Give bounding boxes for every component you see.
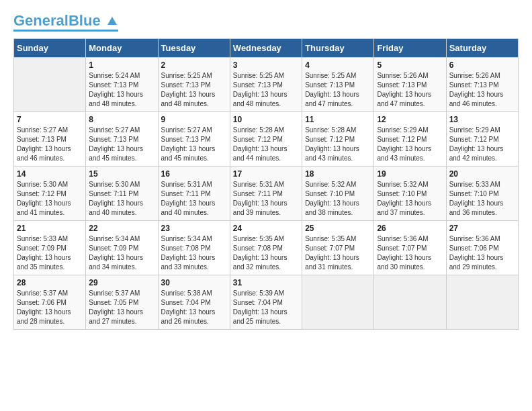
calendar-cell: 16Sunrise: 5:31 AM Sunset: 7:11 PM Dayli… [158, 167, 230, 221]
calendar-cell: 15Sunrise: 5:30 AM Sunset: 7:11 PM Dayli… [86, 167, 158, 221]
day-number: 13 [449, 115, 515, 124]
logo-text: GeneralBlue [13, 13, 118, 28]
day-info: Sunrise: 5:36 AM Sunset: 7:06 PM Dayligh… [449, 234, 515, 272]
svg-marker-0 [107, 17, 117, 25]
day-info: Sunrise: 5:37 AM Sunset: 7:06 PM Dayligh… [17, 289, 83, 326]
day-info: Sunrise: 5:29 AM Sunset: 7:12 PM Dayligh… [377, 126, 443, 163]
day-info: Sunrise: 5:28 AM Sunset: 7:12 PM Dayligh… [305, 126, 371, 163]
calendar-cell: 17Sunrise: 5:31 AM Sunset: 7:11 PM Dayli… [230, 167, 302, 221]
calendar-cell: 21Sunrise: 5:33 AM Sunset: 7:09 PM Dayli… [14, 221, 86, 275]
calendar-cell [302, 275, 374, 330]
calendar-cell: 3Sunrise: 5:25 AM Sunset: 7:13 PM Daylig… [230, 58, 302, 112]
calendar-cell: 20Sunrise: 5:33 AM Sunset: 7:10 PM Dayli… [446, 167, 518, 221]
day-info: Sunrise: 5:26 AM Sunset: 7:13 PM Dayligh… [449, 71, 515, 109]
day-number: 23 [161, 224, 227, 233]
calendar-cell: 31Sunrise: 5:39 AM Sunset: 7:04 PM Dayli… [230, 275, 302, 330]
day-number: 26 [377, 224, 443, 233]
day-info: Sunrise: 5:31 AM Sunset: 7:11 PM Dayligh… [233, 180, 299, 218]
day-number: 14 [17, 169, 83, 179]
column-header-monday: Monday [86, 39, 158, 58]
calendar-cell: 29Sunrise: 5:37 AM Sunset: 7:05 PM Dayli… [86, 275, 158, 330]
day-info: Sunrise: 5:33 AM Sunset: 7:10 PM Dayligh… [449, 180, 515, 218]
calendar-cell: 9Sunrise: 5:27 AM Sunset: 7:13 PM Daylig… [158, 112, 230, 167]
logo: GeneralBlue [13, 13, 118, 32]
calendar-cell: 1Sunrise: 5:24 AM Sunset: 7:13 PM Daylig… [86, 58, 158, 112]
calendar-cell: 24Sunrise: 5:35 AM Sunset: 7:08 PM Dayli… [230, 221, 302, 275]
day-info: Sunrise: 5:32 AM Sunset: 7:10 PM Dayligh… [305, 180, 371, 218]
day-number: 25 [305, 224, 371, 233]
day-number: 22 [89, 224, 154, 233]
column-header-friday: Friday [374, 39, 446, 58]
column-header-tuesday: Tuesday [158, 39, 230, 58]
day-info: Sunrise: 5:30 AM Sunset: 7:11 PM Dayligh… [89, 180, 154, 218]
day-number: 19 [377, 169, 443, 179]
day-info: Sunrise: 5:35 AM Sunset: 7:07 PM Dayligh… [305, 234, 371, 272]
day-number: 15 [89, 169, 154, 179]
day-number: 10 [233, 115, 299, 124]
day-info: Sunrise: 5:25 AM Sunset: 7:13 PM Dayligh… [233, 71, 299, 109]
day-number: 27 [449, 224, 515, 233]
day-info: Sunrise: 5:34 AM Sunset: 7:08 PM Dayligh… [161, 234, 227, 272]
column-header-wednesday: Wednesday [230, 39, 302, 58]
day-info: Sunrise: 5:32 AM Sunset: 7:10 PM Dayligh… [377, 180, 443, 218]
day-number: 31 [233, 278, 299, 287]
day-number: 12 [377, 115, 443, 124]
column-header-thursday: Thursday [302, 39, 374, 58]
day-number: 20 [449, 169, 515, 179]
calendar-cell: 22Sunrise: 5:34 AM Sunset: 7:09 PM Dayli… [86, 221, 158, 275]
calendar-cell: 26Sunrise: 5:36 AM Sunset: 7:07 PM Dayli… [374, 221, 446, 275]
calendar-cell: 28Sunrise: 5:37 AM Sunset: 7:06 PM Dayli… [14, 275, 86, 330]
day-number: 21 [17, 224, 83, 233]
day-number: 29 [89, 278, 154, 287]
calendar-cell: 30Sunrise: 5:38 AM Sunset: 7:04 PM Dayli… [158, 275, 230, 330]
day-number: 2 [161, 60, 227, 70]
calendar-cell: 10Sunrise: 5:28 AM Sunset: 7:12 PM Dayli… [230, 112, 302, 167]
calendar-cell: 2Sunrise: 5:25 AM Sunset: 7:13 PM Daylig… [158, 58, 230, 112]
logo-icon [106, 15, 118, 28]
day-number: 28 [17, 278, 83, 287]
calendar-cell: 8Sunrise: 5:27 AM Sunset: 7:13 PM Daylig… [86, 112, 158, 167]
calendar-cell: 4Sunrise: 5:25 AM Sunset: 7:13 PM Daylig… [302, 58, 374, 112]
calendar-cell: 12Sunrise: 5:29 AM Sunset: 7:12 PM Dayli… [374, 112, 446, 167]
day-number: 17 [233, 169, 299, 179]
day-number: 7 [17, 115, 83, 124]
calendar-cell: 25Sunrise: 5:35 AM Sunset: 7:07 PM Dayli… [302, 221, 374, 275]
day-info: Sunrise: 5:36 AM Sunset: 7:07 PM Dayligh… [377, 234, 443, 272]
day-info: Sunrise: 5:34 AM Sunset: 7:09 PM Dayligh… [89, 234, 154, 272]
day-info: Sunrise: 5:25 AM Sunset: 7:13 PM Dayligh… [305, 71, 371, 109]
calendar-cell: 5Sunrise: 5:26 AM Sunset: 7:13 PM Daylig… [374, 58, 446, 112]
day-number: 5 [377, 60, 443, 70]
calendar-cell: 19Sunrise: 5:32 AM Sunset: 7:10 PM Dayli… [374, 167, 446, 221]
day-info: Sunrise: 5:33 AM Sunset: 7:09 PM Dayligh… [17, 234, 83, 272]
day-info: Sunrise: 5:35 AM Sunset: 7:08 PM Dayligh… [233, 234, 299, 272]
day-number: 4 [305, 60, 371, 70]
day-info: Sunrise: 5:27 AM Sunset: 7:13 PM Dayligh… [161, 126, 227, 163]
calendar-table: SundayMondayTuesdayWednesdayThursdayFrid… [13, 38, 519, 330]
day-info: Sunrise: 5:28 AM Sunset: 7:12 PM Dayligh… [233, 126, 299, 163]
day-number: 3 [233, 60, 299, 70]
day-info: Sunrise: 5:24 AM Sunset: 7:13 PM Dayligh… [89, 71, 154, 109]
day-info: Sunrise: 5:30 AM Sunset: 7:12 PM Dayligh… [17, 180, 83, 218]
day-number: 18 [305, 169, 371, 179]
day-info: Sunrise: 5:39 AM Sunset: 7:04 PM Dayligh… [233, 289, 299, 326]
day-number: 11 [305, 115, 371, 124]
day-number: 1 [89, 60, 154, 70]
calendar-cell: 14Sunrise: 5:30 AM Sunset: 7:12 PM Dayli… [14, 167, 86, 221]
calendar-cell [374, 275, 446, 330]
day-number: 30 [161, 278, 227, 287]
day-info: Sunrise: 5:38 AM Sunset: 7:04 PM Dayligh… [161, 289, 227, 326]
calendar-cell: 27Sunrise: 5:36 AM Sunset: 7:06 PM Dayli… [446, 221, 518, 275]
day-number: 16 [161, 169, 227, 179]
calendar-cell [14, 58, 86, 112]
day-number: 8 [89, 115, 154, 124]
logo-general: General [13, 12, 69, 29]
day-info: Sunrise: 5:25 AM Sunset: 7:13 PM Dayligh… [161, 71, 227, 109]
calendar-cell: 7Sunrise: 5:27 AM Sunset: 7:13 PM Daylig… [14, 112, 86, 167]
day-info: Sunrise: 5:37 AM Sunset: 7:05 PM Dayligh… [89, 289, 154, 326]
calendar-cell [446, 275, 518, 330]
calendar-cell: 23Sunrise: 5:34 AM Sunset: 7:08 PM Dayli… [158, 221, 230, 275]
column-header-sunday: Sunday [14, 39, 86, 58]
day-info: Sunrise: 5:27 AM Sunset: 7:13 PM Dayligh… [89, 126, 154, 163]
day-info: Sunrise: 5:26 AM Sunset: 7:13 PM Dayligh… [377, 71, 443, 109]
day-number: 6 [449, 60, 515, 70]
